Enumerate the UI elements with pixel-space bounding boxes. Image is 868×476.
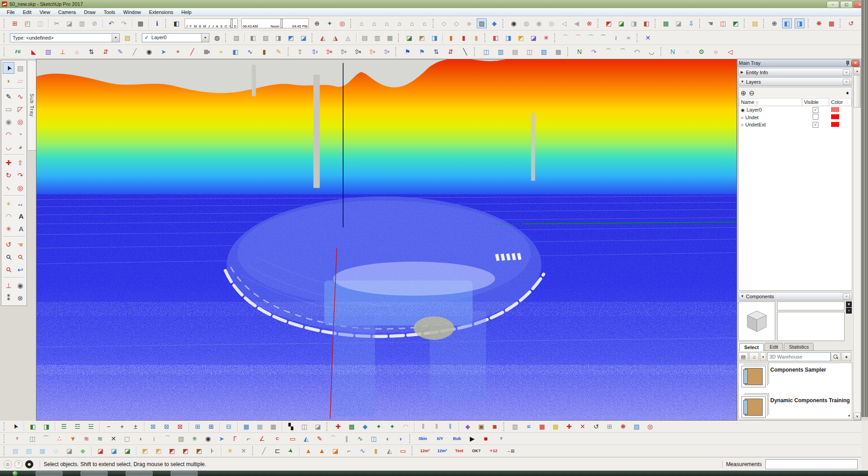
chair-brown-button[interactable]: ⌐ [344,446,354,456]
tile-gray-button[interactable]: ▦ [268,422,278,431]
component-make-button[interactable]: ▧ [231,33,241,43]
plumb-button[interactable]: ⊥ [58,47,68,57]
chevron-down-icon[interactable]: ▼ [201,34,209,42]
component-blue-button[interactable]: ◩ [286,33,296,43]
credits-status-icon[interactable]: ? [14,460,23,468]
axis-target-button[interactable]: ⊕ [769,18,779,28]
slab-tool-button[interactable]: ▦ [385,33,395,43]
loop-dark-button[interactable]: ↺ [591,422,601,431]
toolbar-grip[interactable] [433,19,435,28]
roof-tool-button[interactable]: ◭ [318,33,328,43]
purple-gem-button[interactable]: ◆ [463,422,473,431]
space-dash-button[interactable]: − [104,422,113,431]
toolbar-grip[interactable] [4,19,6,28]
help-blue-button[interactable]: ? [494,434,508,444]
wireframe-style-button[interactable]: ◇ [452,18,461,28]
grid-half-button[interactable]: ⊟ [224,422,234,431]
updown-red-button[interactable]: ⇵ [101,47,111,57]
red-line-button[interactable]: ╱ [187,47,197,57]
x-red-button[interactable]: ✕ [578,422,588,431]
open-button[interactable]: ◰ [23,18,32,28]
model-info-button[interactable]: ℹ [152,18,162,28]
layers-col-visible[interactable]: Visible [802,99,829,106]
rectangle-tool[interactable]: ▭ [3,103,14,115]
target-red-button[interactable]: ◎ [645,422,655,431]
export-report-button[interactable]: →▤ [504,446,517,456]
page-flip-button[interactable]: ◫ [27,434,37,444]
new-button[interactable]: ⊞ [10,18,20,28]
stamp-red-button[interactable]: ◩ [167,446,177,456]
two-point-arc-tool[interactable]: ◡ [3,141,14,153]
paint-brush-button[interactable]: ✎ [274,47,284,57]
doc-white-button[interactable]: ▢ [122,434,132,444]
hiddenline-style-button[interactable]: ◆ [464,18,474,28]
arrow-ne-button[interactable]: ➤ [217,434,226,444]
shadow-date-thumb[interactable] [231,19,233,28]
tab-statistics[interactable]: Statistics [784,343,814,350]
camera-turn-button[interactable]: ◎ [547,18,556,28]
terrain-blue-button[interactable]: ◨ [429,33,439,43]
scrollbar-thumb[interactable] [854,75,861,108]
import-v-button[interactable]: ⇧V [338,47,348,57]
toolbar-grip[interactable] [840,19,842,28]
terrain-arrow-red-button[interactable]: ◪ [95,446,105,456]
right-view-button[interactable]: ⌂ [394,18,404,28]
tools-x-button[interactable]: ✕ [239,446,249,456]
toolbar-grip[interactable] [4,33,6,42]
toolbar-grip[interactable] [597,19,600,28]
three-point-arc-tool[interactable]: ◕ [14,141,26,153]
red-tri-button[interactable]: ◁ [725,47,735,57]
orbit-tool[interactable]: ↺ [3,238,14,250]
layer-radio[interactable]: ○ [741,115,744,120]
pipes2-button[interactable]: ‖ [432,422,442,431]
arc-green1-button[interactable]: ⌒ [603,47,613,57]
scroll-down-icon[interactable]: ▼ [854,413,861,420]
x-dark-button[interactable]: ✕ [108,434,118,444]
red-burst-button[interactable]: ❋ [814,18,824,28]
pipe-wave-button[interactable]: ∿ [357,446,367,456]
tan-arch-button[interactable]: ◠ [401,422,411,431]
cam-dark-button[interactable]: ◉ [203,434,213,444]
shadow-time-thumb[interactable] [280,19,283,28]
toolbar-grip[interactable] [312,33,314,42]
line-n-button[interactable]: N [574,47,584,57]
fredo6-button[interactable]: F6 [11,47,24,57]
toolbar-grip[interactable] [4,47,6,56]
windows-taskbar[interactable] [0,471,868,476]
toolbar-grip[interactable] [252,446,254,455]
mirror-button[interactable]: ◫ [369,434,379,444]
spline-pink-button[interactable]: ⌒ [561,33,570,43]
scale-tool[interactable]: ⇔ [3,182,14,193]
layer-visible-checkbox[interactable] [813,114,818,120]
pipes3-button[interactable]: ‖ [445,422,455,431]
previous-view-tool[interactable]: ↩ [14,264,26,275]
dots-red-button[interactable]: ∴ [54,434,64,444]
component-name-field[interactable] [777,301,845,310]
layer-row-undetext[interactable]: ○UndetExt✓ [739,121,852,128]
signin-status-icon[interactable]: ☻ [25,460,33,468]
taskbar-button[interactable] [126,471,153,476]
print-button[interactable]: ▦ [136,18,145,28]
weld-button[interactable]: ∿ [355,434,365,444]
minimize-button[interactable]: − [827,1,839,8]
grid-yellow-button[interactable]: ▦ [551,422,561,431]
scatter-red-button[interactable]: ❋ [618,422,628,431]
tile-blue-button[interactable]: ▦ [241,422,251,431]
classifier-type-combo[interactable]: Type: <undefined> ▼ [10,33,120,42]
toolbar-grip[interactable] [567,47,570,56]
terrain-tan-button[interactable]: ◩ [417,33,427,43]
align-top-button[interactable]: ☰ [59,422,69,431]
spline-orange-button[interactable]: ⌒ [573,33,583,43]
top-view-button[interactable]: ⌂ [369,18,379,28]
eraser-tool[interactable]: ▱ [14,75,26,86]
layers-details-button[interactable]: ➧ [845,90,850,96]
paint-set-red-button[interactable]: ◧ [491,33,501,43]
page-copy2-button[interactable]: ◪ [313,422,323,431]
rotate-tool[interactable]: ↻ [3,169,14,181]
camera-dolly-button[interactable]: ◉ [534,18,544,28]
bub-button[interactable]: Bub [450,434,464,444]
stamp-tan-button[interactable]: ◩ [140,446,150,456]
layer-radio[interactable]: ◉ [741,108,745,112]
hatch5-button[interactable]: ▨ [539,47,549,57]
layer-row-undet[interactable]: ○Undet [739,113,852,121]
